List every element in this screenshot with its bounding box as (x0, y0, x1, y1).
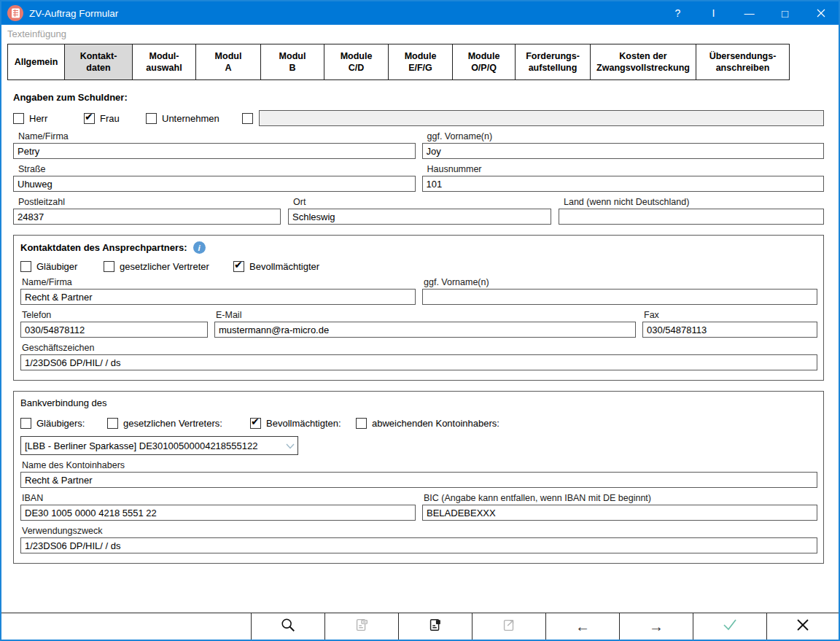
form-content: Angaben zum Schuldner: Herr Frau Unterne… (1, 80, 839, 613)
tab-modul-a[interactable]: Modul A (195, 44, 261, 80)
export-icon (501, 617, 517, 636)
email-input[interactable] (214, 322, 636, 338)
close-button[interactable] (803, 1, 839, 25)
schuldner-vorname-input[interactable] (422, 143, 825, 159)
print-clipboard-icon (354, 617, 370, 636)
tab-module-cd[interactable]: Module C/D (324, 44, 389, 80)
hausnummer-label: Hausnummer (427, 164, 825, 174)
bevollmaechtigter-checkbox-box[interactable] (233, 261, 244, 272)
ort-label: Ort (293, 197, 551, 207)
help-button[interactable]: ? (660, 1, 696, 25)
kontoinhabers-checkbox-box[interactable] (356, 418, 367, 429)
schuldner-name-input[interactable] (13, 143, 416, 159)
fax-label: Fax (644, 310, 817, 320)
window-controls: ? I — □ (660, 1, 839, 25)
tab-forderungsaufstellung[interactable]: Forderungs- aufstellung (515, 44, 591, 80)
tab-kosten-zwangsvollstreckung[interactable]: Kosten der Zwangsvollstreckung (590, 44, 696, 80)
checkbox-glaeubigers[interactable]: Gläubigers: (20, 418, 107, 429)
checkbox-bevollmaechtigter[interactable]: Bevollmächtigter (233, 261, 319, 272)
iban-input[interactable] (20, 505, 416, 521)
other-salutation-checkbox-box[interactable] (242, 113, 253, 124)
unternehmen-checkbox-box[interactable] (146, 113, 157, 124)
cancel-button[interactable] (766, 613, 839, 640)
toolbar-spacer (1, 613, 251, 640)
export-button (472, 613, 545, 640)
bank-heading: Bankverbindung des (20, 397, 817, 408)
bank-account-selected-value: [LBB - Berliner Sparkasse] DE30100500004… (25, 440, 286, 451)
checkbox-herr[interactable]: Herr (13, 113, 84, 124)
land-input[interactable] (559, 209, 824, 225)
vertreter-checkbox-box[interactable] (104, 261, 114, 272)
minimize-button[interactable]: — (731, 1, 767, 25)
checkbox-abweichenden-kontoinhabers[interactable]: abweichenden Kontoinhabers: (356, 418, 499, 429)
checkbox-gesetzlicher-vertreter[interactable]: gesetzlicher Vertreter (104, 261, 233, 272)
checkbox-bevollmaechtigten[interactable]: Bevollmächtigten: (250, 418, 356, 429)
plz-input[interactable] (13, 209, 281, 225)
strasse-label: Straße (18, 164, 416, 174)
herr-checkbox-box[interactable] (13, 113, 24, 124)
other-salutation-input[interactable] (259, 110, 824, 126)
menubar: Texteinfügung (1, 25, 839, 42)
back-button[interactable]: ← (545, 613, 619, 640)
frau-checkbox-box[interactable] (84, 113, 95, 124)
zv-auftrag-window: ZV-Auftrag Formular ? I — □ Texteinfügun… (0, 0, 840, 641)
iban-label: IBAN (22, 493, 416, 503)
tab-modulauswahl[interactable]: Modul- auswahl (132, 44, 196, 80)
arrow-left-icon: ← (575, 619, 590, 634)
ap-vorname-label: ggf. Vorname(n) (424, 277, 817, 287)
ort-input[interactable] (288, 209, 551, 225)
ap-name-input[interactable] (20, 289, 416, 305)
kontoinhaber-input[interactable] (20, 472, 817, 488)
window-title: ZV-Auftrag Formular (29, 8, 118, 19)
geschaeftszeichen-input[interactable] (20, 354, 817, 370)
schuldner-heading: Angaben zum Schuldner: (13, 92, 824, 103)
save-clipboard-icon (427, 617, 443, 636)
tab-module-efg[interactable]: Module E/F/G (388, 44, 453, 80)
section-ansprechpartner: Kontaktdaten des Ansprechpartners: i Glä… (13, 235, 824, 381)
kontoinhaber-label: Name des Kontoinhabers (22, 460, 817, 470)
section-bankverbindung: Bankverbindung des Gläubigers: gesetzlic… (13, 391, 824, 564)
verwendungszweck-input[interactable] (20, 537, 817, 553)
plz-label: Postleitzahl (18, 197, 281, 207)
tab-allgemein[interactable]: Allgemein (7, 44, 65, 80)
tab-bar: Allgemein Kontakt- daten Modul- auswahl … (1, 44, 839, 80)
save-button[interactable] (398, 613, 472, 640)
checkbox-gesetzlichen-vertreters[interactable]: gesetzlichen Vertreters: (107, 418, 250, 429)
close-x-icon (796, 618, 809, 634)
text-insert-button[interactable]: I (696, 1, 731, 25)
tab-modul-b[interactable]: Modul B (260, 44, 324, 80)
maximize-button[interactable]: □ (767, 1, 803, 25)
info-icon[interactable]: i (193, 241, 206, 254)
tab-module-opq[interactable]: Module O/P/Q (452, 44, 516, 80)
app-document-icon (7, 5, 23, 21)
bic-input[interactable] (422, 505, 817, 521)
bank-account-select[interactable]: [LBB - Berliner Sparkasse] DE30100500004… (20, 436, 298, 455)
ap-vorname-input[interactable] (422, 289, 817, 305)
tab-kontaktdaten[interactable]: Kontakt- daten (64, 44, 133, 80)
glaeubigers-checkbox-box[interactable] (20, 418, 31, 429)
ap-name-label: Name/Firma (22, 277, 416, 287)
checkbox-frau[interactable]: Frau (84, 113, 146, 124)
checkbox-unternehmen[interactable]: Unternehmen (146, 113, 242, 124)
geschaeftszeichen-label: Geschäftszeichen (22, 343, 817, 353)
menu-item-texteinfuegung[interactable]: Texteinfügung (7, 28, 66, 39)
tab-uebersendungsanschreiben[interactable]: Übersendungs- anschreiben (696, 44, 790, 80)
strasse-input[interactable] (13, 176, 416, 192)
hausnummer-input[interactable] (422, 176, 825, 192)
bevollmaechtigten-checkbox-box[interactable] (250, 418, 261, 429)
verwendungszweck-label: Verwendungszweck (22, 526, 817, 536)
titlebar: ZV-Auftrag Formular ? I — □ (1, 1, 839, 25)
fax-input[interactable] (642, 322, 817, 338)
vertreters-checkbox-box[interactable] (107, 418, 118, 429)
bottom-toolbar: ← → (1, 613, 839, 640)
glaeubiger-checkbox-box[interactable] (20, 261, 31, 272)
vorname-label: ggf. Vorname(n) (427, 131, 825, 141)
search-button[interactable] (251, 613, 324, 640)
salutation-row: Herr Frau Unternehmen (13, 110, 824, 126)
checkmark-icon (721, 618, 739, 635)
checkbox-glaeubiger[interactable]: Gläubiger (20, 261, 104, 272)
ansprechpartner-heading: Kontaktdaten des Ansprechpartners: (20, 242, 187, 253)
telefon-input[interactable] (20, 322, 208, 338)
forward-button[interactable]: → (619, 613, 693, 640)
confirm-button[interactable] (693, 613, 766, 640)
